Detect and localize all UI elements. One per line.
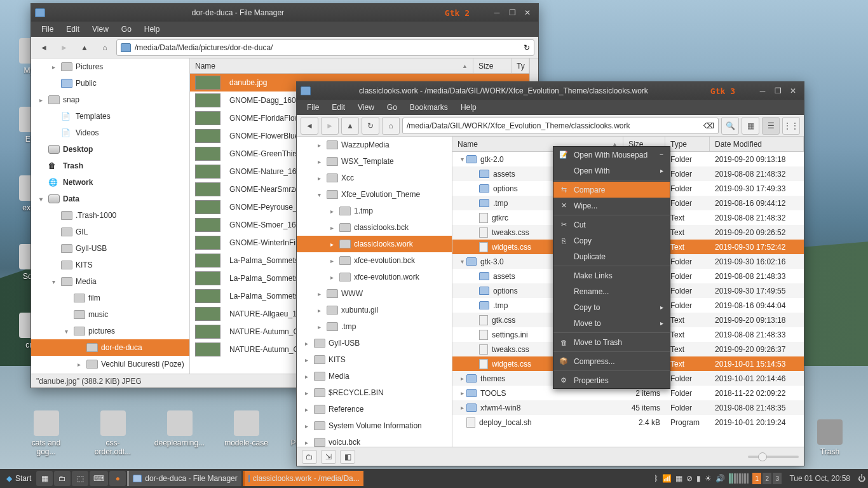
tree-item[interactable]: ▸classiclooks.work [297,236,452,252]
menu-edit[interactable]: Edit [60,22,86,36]
expand-icon[interactable]: ▾ [36,196,45,203]
tree-item[interactable]: Gyll-USB [31,240,189,257]
close-button[interactable]: ✕ [786,85,800,97]
desktop-icon[interactable]: modele-case [222,410,270,456]
workspace-switcher[interactable]: 123 [752,473,782,484]
tree-item[interactable]: ▸WazzupMedia [297,137,452,153]
expand-icon[interactable]: ▸ [458,390,466,396]
expand-icon[interactable]: ▸ [327,274,336,281]
address-bar[interactable]: /media/Data/Media/pictures/dor-de-duca/ … [116,39,534,56]
col-name[interactable]: Name▲ [190,58,473,73]
quick-launch-firefox[interactable]: ● [109,471,126,486]
col-size[interactable]: Size [473,58,512,73]
tree-item[interactable]: ▸1.tmp [297,203,452,219]
tree-item[interactable]: ▸Xcc [297,170,452,186]
tree-item[interactable]: ▸WWW [297,285,452,302]
expand-icon[interactable]: ▸ [302,439,311,446]
titlebar[interactable]: dor-de-duca - File Manager Gtk 2 ─ ❐ ✕ [31,4,538,22]
bluetooth-icon[interactable]: ᛒ [654,474,658,483]
power-icon[interactable]: ⏻ [858,474,865,483]
quick-launch[interactable]: ▦ [36,471,53,486]
expand-icon[interactable]: ▸ [327,257,336,264]
back-button[interactable]: ◄ [35,39,53,57]
taskbar-task[interactable]: dor-de-duca - File Manager [127,471,241,486]
tray-icon[interactable]: ▦ [675,474,682,483]
refresh-button[interactable]: ↻ [362,117,379,135]
ctx-wipe-[interactable]: ✕Wipe... [553,198,670,214]
expand-icon[interactable]: ▸ [302,373,311,380]
expand-icon[interactable]: ▸ [74,361,83,368]
expand-icon[interactable]: ▸ [315,323,323,330]
expand-icon[interactable]: ▸ [458,375,466,382]
ctx-copy[interactable]: ⎘Copy [553,233,670,248]
home-button[interactable]: ⌂ [96,39,114,57]
menu-go[interactable]: Go [381,100,403,114]
menu-help[interactable]: Help [454,100,483,114]
quick-launch[interactable]: 🗀 [54,471,71,486]
tree-item[interactable]: ▸Gyll-USB [297,335,452,351]
tree-item[interactable]: ▸snap [31,92,189,108]
clock[interactable]: Tue 01 Oct, 20:58 [789,474,850,483]
tree-item[interactable]: ▸xfce-evolution.bck [297,252,452,269]
tree-item[interactable]: ▾Media [31,273,189,290]
view-icons-button[interactable]: ▦ [742,117,759,135]
expand-icon[interactable]: ▸ [302,406,311,413]
ctx-duplicate[interactable]: Duplicate [553,248,670,264]
desktop-icon[interactable]: cats and gog... [22,410,70,456]
quick-launch[interactable]: ⌨ [90,471,108,486]
tree-item[interactable]: Public [31,75,189,92]
wifi-icon[interactable]: 📶 [662,474,672,483]
file-row[interactable]: deploy_local.sh2.4 kBProgram2019-10-01 2… [452,415,804,430]
folder-tree[interactable]: ▸PicturesPublic▸snap📄Templates📄VideosDes… [31,58,190,374]
back-button[interactable]: ◄ [301,117,318,135]
tree-item[interactable]: ▸WSX_Template [297,153,452,170]
menu-file[interactable]: File [35,22,60,36]
panel-button[interactable]: ◧ [340,450,355,464]
tree-item[interactable]: ▸voicu.bck [297,434,452,447]
expand-icon[interactable]: ▸ [315,175,323,182]
expand-icon[interactable]: ▸ [302,390,311,396]
expand-icon[interactable]: ▸ [49,64,58,71]
menu-view[interactable]: View [86,22,115,36]
ctx-open-with-mousepad[interactable]: 📝Open With Mousepad− [553,147,670,163]
maximize-button[interactable]: ❐ [771,85,785,97]
search-button[interactable]: 🔍 [721,117,739,135]
file-row[interactable]: ▸xfwm4-win845 itemsFolder2019-08-08 21:4… [452,400,804,415]
taskbar-task-active[interactable]: classiclooks.work - /media/Da... [243,471,363,486]
ctx-move-to[interactable]: Move to▸ [553,315,670,331]
tree-item[interactable]: KITS [31,257,189,273]
menu-edit[interactable]: Edit [325,100,351,114]
expand-icon[interactable]: ▸ [302,356,311,363]
tree-item[interactable]: ▸.tmp [297,318,452,335]
folder-tree[interactable]: ▸WazzupMedia▸WSX_Template▸Xcc▾Xfce_Evolu… [297,137,452,447]
tree-item[interactable]: ▸classiclooks.bck [297,219,452,236]
up-button[interactable]: ▲ [76,39,93,57]
tree-item[interactable]: GIL [31,224,189,240]
menu-bookmarks[interactable]: Bookmarks [403,100,454,114]
expand-icon[interactable]: ▸ [315,307,323,314]
expand-icon[interactable]: ▸ [315,158,323,165]
maximize-button[interactable]: ❐ [505,7,519,18]
ctx-open-with[interactable]: Open With▸ [553,163,670,179]
ctx-rename-[interactable]: Rename... [553,283,670,299]
titlebar[interactable]: classiclooks.work - /media/Data/GIL/WORK… [297,82,804,100]
col-type[interactable]: Ty [512,58,529,73]
volume-icon[interactable]: 🔊 [715,474,725,483]
tree-item[interactable]: .Trash-1000 [31,207,189,224]
tree-item[interactable]: ▸Media [297,368,452,384]
menu-go[interactable]: Go [115,22,138,36]
tree-item[interactable]: ▸KITS [297,351,452,368]
expand-icon[interactable]: ▾ [49,278,58,285]
tree-button[interactable]: ⇲ [321,450,336,464]
zoom-slider[interactable] [748,456,799,458]
tree-item[interactable]: music [31,306,189,323]
menu-help[interactable]: Help [138,22,166,36]
brightness-icon[interactable]: ☀ [705,474,712,483]
col-type[interactable]: Type [665,137,710,151]
tree-item[interactable]: ▸$RECYCLE.BIN [297,384,452,401]
tree-item[interactable]: 📄Videos [31,125,189,141]
minimize-button[interactable]: ─ [756,85,770,97]
tree-item[interactable]: dor-de-duca [31,339,189,356]
refresh-icon[interactable]: ↻ [524,43,530,52]
file-manager-window-gtk3[interactable]: classiclooks.work - /media/Data/GIL/WORK… [296,81,804,466]
